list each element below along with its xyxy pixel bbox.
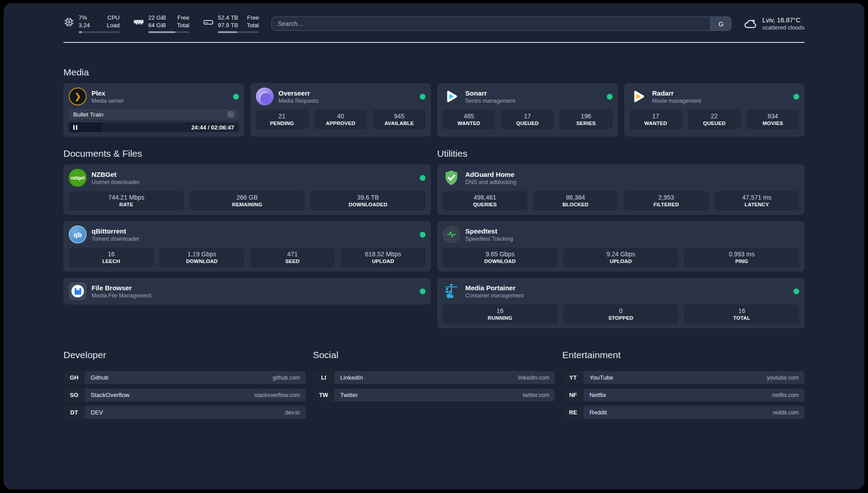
search-input[interactable] [272,17,710,30]
service-card-qbittorrent[interactable]: qb qBittorrent Torrent downloader 16 LEE… [63,221,431,272]
stat-cell: 21 PENDING [256,110,309,129]
weather-condition: scattered clouds [762,24,805,31]
stat-cell: 196 SERIES [559,110,612,129]
service-description: DNS and adblocking [465,179,516,185]
disk-stat: 52.4 TB 97.9 TB Free Total [203,14,259,33]
bookmark-row[interactable]: YT YouTube youtube.com [562,371,805,384]
section-title-media: Media [63,67,805,78]
section-title-documents: Documents & Files [63,148,431,159]
playback-time: 24:44 / 02:06:47 [191,124,234,131]
stat-label: UPLOAD [342,259,424,264]
service-card-plex[interactable]: ❯ Plex Media server Bullet Train [63,83,244,137]
service-card-nzbget[interactable]: nzbget NZBGet Usenet downloader 744.21 M… [63,164,431,215]
service-description: Movie management [652,98,701,104]
stat-cell: 744.21 Mbps RATE [69,191,184,210]
stat-value: 196 [561,113,610,120]
bookmark-name: Twitter [334,389,523,401]
bookmark-list-social: LI LinkedIn linkedin.com TW Twitter twit… [313,371,555,401]
stat-cell: 945 AVAILABLE [373,110,426,129]
memory-progress-bar [148,31,189,33]
stat-label: QUEUED [690,121,739,126]
section-title-utilities: Utilities [437,148,805,159]
memory-free-label: Free [177,14,189,22]
stat-value: 39.6 TB [312,194,424,201]
status-dot [420,232,426,238]
stat-value: 9.65 Gbps [444,251,556,258]
stat-label: TOTAL [686,315,797,321]
stat-cell: 16 LEECH [69,248,154,267]
search-provider-button[interactable]: G [710,17,731,30]
status-dot [420,94,426,100]
bookmark-row[interactable]: RE Reddit reddit.com [562,406,805,419]
stat-label: RATE [71,202,182,207]
service-card-filebrowser[interactable]: File Browser Media File Management [63,278,431,305]
stat-cell: 0.993 ms PING [684,248,799,267]
service-description: Usenet downloader [92,179,140,185]
bookmark-list-developer: GH Github github.com SO StackOverflow st… [63,371,306,419]
cpu-load-value: 3.24 [79,22,90,29]
bookmark-row[interactable]: LI LinkedIn linkedin.com [313,371,555,384]
bookmark-abbr: GH [63,371,85,384]
stat-cell: 86,384 BLOCKED [533,191,618,210]
bookmark-row[interactable]: SO StackOverflow stackoverflow.com [63,389,306,401]
stat-value: 618.52 Mbps [342,251,424,258]
service-stats: 485 WANTED 17 QUEUED 196 SERIES [442,110,613,129]
stat-cell: 16 RUNNING [442,305,558,324]
bookmark-name: YouTube [584,371,767,384]
service-card-portainer[interactable]: Media Portainer Container management 16 … [437,278,805,328]
pause-icon [73,125,77,130]
stat-value: 266 GB [192,194,303,201]
disk-free-value: 52.4 TB [218,14,238,22]
service-stats: 498,461 QUERIES 86,384 BLOCKED 2,953 FIL… [442,191,799,210]
bookmark-url: stackoverflow.com [255,389,306,401]
stat-cell: 1.19 Gbps DOWNLOAD [159,248,244,267]
stat-cell: 39.6 TB DOWNLOADED [310,191,426,210]
section-title-entertainment: Entertainment [562,350,805,360]
service-stats: 16 RUNNING 0 STOPPED 16 TOTAL [442,305,799,324]
service-card-radarr[interactable]: Radarr Movie management 17 WANTED 22 QUE… [624,83,805,137]
stat-value: 40 [316,113,365,120]
stat-label: WANTED [444,121,493,126]
bookmark-row[interactable]: GH Github github.com [63,371,306,384]
service-card-speedtest[interactable]: Speedtest Speedtest Tracking 9.65 Gbps D… [437,221,805,272]
stat-cell: 0 STOPPED [563,305,679,324]
bookmark-row[interactable]: NF Netflix netflix.com [562,389,805,401]
bookmark-url: netflix.com [772,389,805,401]
service-card-adguard[interactable]: AdGuard Home DNS and adblocking 498,461 … [437,164,805,215]
service-name: Overseerr [279,89,319,97]
dashboard-page: 7% 3.24 CPU Load [4,3,864,489]
bookmark-row[interactable]: DT DEV dev.to [63,406,306,419]
stat-value: 2,953 [626,194,707,201]
stat-label: SERIES [561,121,610,126]
stat-value: 16 [686,307,797,314]
service-stats: 17 WANTED 22 QUEUED 834 MOVIES [630,110,800,129]
plex-icon: ❯ [69,88,87,105]
service-card-sonarr[interactable]: Sonarr Series management 485 WANTED 17 Q… [437,83,618,137]
now-playing-title: Bullet Train [73,111,104,118]
stat-value: 21 [258,113,307,120]
stat-cell: 485 WANTED [442,110,495,129]
stat-cell: 22 QUEUED [688,110,741,129]
service-name: Sonarr [465,89,515,97]
service-name: qBittorrent [92,227,139,235]
stat-cell: 834 MOVIES [747,110,799,129]
memory-icon [133,17,144,28]
stat-value: 485 [444,113,493,120]
bookmark-url: dev.to [285,406,306,419]
service-name: File Browser [92,284,151,292]
service-card-overseerr[interactable]: Overseerr Media Requests 21 PENDING 40 A… [250,83,431,137]
service-description: Media server [92,98,124,104]
stat-label: REMAINING [192,202,303,207]
stat-cell: 2,953 FILTERED [624,191,709,210]
status-dot [420,175,426,181]
stat-value: 86,384 [535,194,616,201]
bookmark-list-entertainment: YT YouTube youtube.com NF Netflix netfli… [562,371,805,419]
speedtest-icon [442,226,460,243]
status-dot [793,288,799,294]
bookmark-row[interactable]: TW Twitter twitter.com [313,389,555,401]
bookmark-abbr: YT [562,371,584,384]
stat-value: 17 [503,113,552,120]
bookmark-name: Github [85,371,273,384]
header-divider [63,42,805,43]
bookmark-abbr: TW [313,389,334,401]
